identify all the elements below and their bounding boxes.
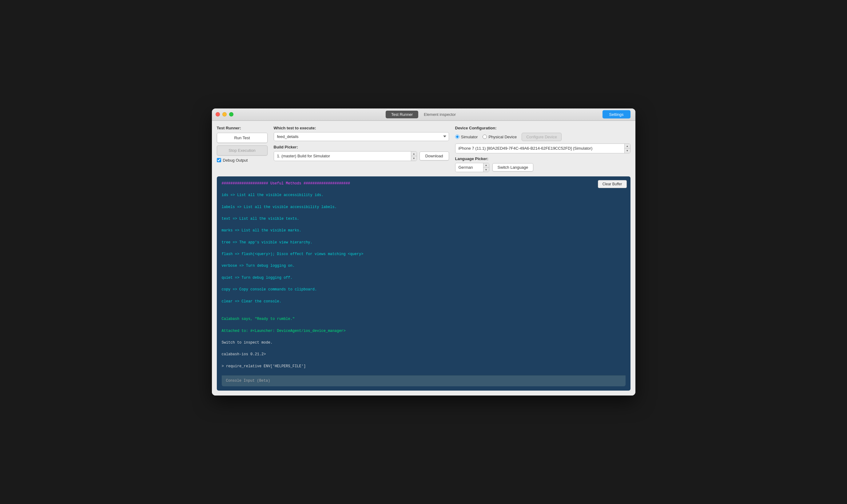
test-select[interactable]: feed_details <box>274 132 449 141</box>
top-section: Test Runner: Run Test Stop Execution Deb… <box>217 126 630 172</box>
console-line: tree => The app's visible view hierarchy… <box>222 240 625 246</box>
debug-output-label: Debug Output <box>223 158 248 163</box>
console-line: copy => Copy console commands to clipboa… <box>222 287 625 292</box>
which-test-label: Which test to execute: <box>274 126 449 130</box>
build-select-wrap: 1. (master) Build for Simulator ▲ ▼ <box>274 151 417 161</box>
language-row: German ▲ ▼ Switch Language <box>455 163 630 172</box>
simulator-label: Simulator <box>461 134 478 139</box>
test-runner-panel: Test Runner: Run Test Stop Execution Deb… <box>217 126 267 172</box>
title-bar: Test Runner Element inspector Settings <box>212 108 635 121</box>
app-window: Test Runner Element inspector Settings T… <box>212 108 635 396</box>
device-stepper: ▲ ▼ <box>624 144 630 153</box>
clear-buffer-button[interactable]: Clear Buffer <box>598 180 627 188</box>
language-stepper: ▲ ▼ <box>483 163 489 172</box>
language-picker-section: Language Picker: German ▲ ▼ Switch Langu… <box>455 157 630 172</box>
build-picker-label: Build Picker: <box>274 145 449 149</box>
language-stepper-up[interactable]: ▲ <box>483 163 489 168</box>
console-line: ids => List all the visible accessibilit… <box>222 192 625 198</box>
build-select[interactable]: 1. (master) Build for Simulator <box>274 152 411 160</box>
console-input-label: Console Input (Beta) <box>226 378 270 384</box>
settings-button[interactable]: Settings <box>603 110 630 119</box>
device-stepper-up[interactable]: ▲ <box>625 144 630 149</box>
console-output: ##################### Useful Methods ###… <box>222 181 625 375</box>
tab-test-runner[interactable]: Test Runner <box>386 111 418 118</box>
minimize-button[interactable] <box>222 112 227 116</box>
device-config-label: Device Configuration: <box>455 126 630 130</box>
simulator-option[interactable]: Simulator <box>455 134 478 139</box>
console-line: flash => flash(<query>); Disco effect fo… <box>222 251 625 257</box>
device-stepper-down[interactable]: ▼ <box>625 148 630 153</box>
console-line: > require_relative ENV['HELPERS_FILE'] <box>222 363 625 370</box>
close-button[interactable] <box>215 112 220 116</box>
build-stepper-down[interactable]: ▼ <box>411 156 417 161</box>
console-line: Calabash says, "Ready to rumble." <box>222 316 625 322</box>
build-stepper: ▲ ▼ <box>411 151 417 161</box>
console-line: quiet => Turn debug logging off. <box>222 275 625 281</box>
traffic-lights <box>215 112 234 116</box>
language-select-wrap: German ▲ ▼ <box>455 163 489 172</box>
title-tabs: Test Runner Element inspector <box>386 111 461 118</box>
console-line: calabash-ios 0.21.2> <box>222 352 625 357</box>
test-select-row: feed_details <box>274 132 449 141</box>
device-select[interactable]: iPhone 7 (11.1) [80A2ED49-7F4C-49A6-B214… <box>455 144 624 152</box>
language-stepper-down[interactable]: ▼ <box>483 167 489 172</box>
test-runner-label: Test Runner: <box>217 126 267 130</box>
console-line: Attached to: #<Launcher: DeviceAgent/ios… <box>222 328 625 334</box>
physical-device-option[interactable]: Physical Device <box>483 134 517 139</box>
debug-output-option: Debug Output <box>217 158 267 163</box>
build-stepper-up[interactable]: ▲ <box>411 151 417 157</box>
build-row: 1. (master) Build for Simulator ▲ ▼ Down… <box>274 151 449 161</box>
download-button[interactable]: Download <box>419 151 449 160</box>
console-line: marks => List all the visible marks. <box>222 228 625 234</box>
maximize-button[interactable] <box>229 112 234 116</box>
physical-device-label: Physical Device <box>488 134 517 139</box>
console-line: labels => List all the visible accessibi… <box>222 204 625 210</box>
physical-device-radio[interactable] <box>483 134 487 139</box>
language-picker-label: Language Picker: <box>455 157 630 161</box>
debug-output-checkbox[interactable] <box>217 158 221 162</box>
tab-element-inspector[interactable]: Element inspector <box>418 111 461 118</box>
console-line: text => List all the visible texts. <box>222 216 625 222</box>
console-line: clear => Clear the console. <box>222 299 625 305</box>
device-select-wrap: iPhone 7 (11.1) [80A2ED49-7F4C-49A6-B214… <box>455 144 630 154</box>
console-area: Clear Buffer ##################### Usefu… <box>217 176 630 391</box>
console-line: verbose => Turn debug logging on. <box>222 263 625 269</box>
main-content: Test Runner: Run Test Stop Execution Deb… <box>212 121 635 396</box>
test-config-panel: Which test to execute: feed_details Buil… <box>274 126 449 172</box>
console-line: Switch to inspect mode. <box>222 340 625 346</box>
simulator-radio[interactable] <box>455 134 460 139</box>
device-radios: Simulator Physical Device Configure Devi… <box>455 133 630 141</box>
stop-execution-button: Stop Execution <box>217 145 267 156</box>
console-line: ##################### Useful Methods ###… <box>222 181 625 186</box>
console-input-bar: Console Input (Beta) <box>222 375 625 386</box>
run-test-button[interactable]: Run Test <box>217 133 267 143</box>
device-config-panel: Device Configuration: Simulator Physical… <box>455 126 630 172</box>
language-select[interactable]: German <box>455 163 483 171</box>
configure-device-button: Configure Device <box>522 133 561 141</box>
switch-language-button[interactable]: Switch Language <box>492 163 534 172</box>
